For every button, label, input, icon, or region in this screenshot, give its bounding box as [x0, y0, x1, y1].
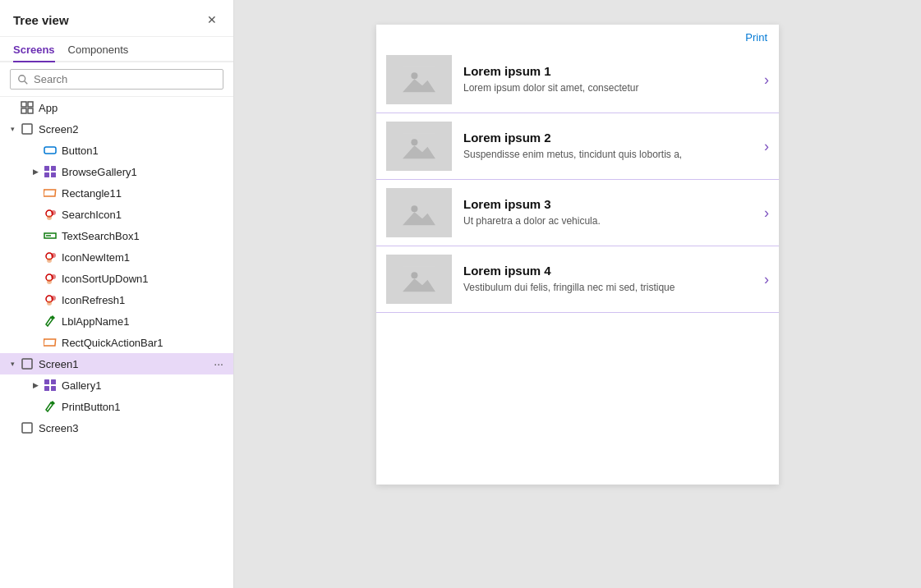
- image-placeholder-icon: [403, 266, 435, 292]
- tree-item-searchicon1[interactable]: SearchIcon1: [0, 204, 233, 225]
- rectangle11-icon: [43, 186, 58, 200]
- iconnewitem1-icon: [43, 250, 58, 264]
- searchicon1-icon: [43, 207, 58, 222]
- item-text: Lorem ipsum 3 Ut pharetra a dolor ac veh…: [463, 197, 746, 228]
- svg-rect-6: [22, 124, 32, 134]
- sidebar-tabs: Screens Components: [0, 37, 233, 62]
- tree-item-textsearchbox1[interactable]: TextSearchBox1: [0, 225, 233, 246]
- sidebar-title: Tree view: [13, 13, 69, 27]
- tree-item-rectangle11[interactable]: Rectangle11: [0, 182, 233, 204]
- item-title: Lorem ipsum 1: [463, 64, 746, 78]
- search-icon: [17, 74, 29, 85]
- close-button[interactable]: ✕: [204, 11, 220, 28]
- item-chevron-icon: ›: [764, 271, 769, 288]
- tree-item-lblappname1[interactable]: LblAppName1: [0, 310, 233, 332]
- svg-rect-7: [44, 147, 56, 154]
- svg-rect-2: [21, 102, 26, 107]
- tree-item-app[interactable]: App: [0, 97, 233, 118]
- rectquickactionbar1-icon: [43, 335, 58, 350]
- sidebar-header: Tree view ✕: [0, 0, 233, 37]
- printbutton1-icon: [43, 399, 58, 414]
- button1-icon: [43, 143, 58, 158]
- tree-item-button1[interactable]: Button1: [0, 140, 233, 161]
- tree-label-iconsortupdown1: IconSortUpDown1: [62, 273, 228, 285]
- item-text: Lorem ipsum 4 Vestibulum dui felis, frin…: [463, 264, 746, 295]
- three-dots-screen1[interactable]: ···: [209, 357, 228, 370]
- screen1-icon: [20, 356, 35, 371]
- item-title: Lorem ipsum 2: [463, 131, 746, 145]
- tree-label-textsearchbox1: TextSearchBox1: [62, 230, 228, 242]
- svg-rect-4: [21, 108, 26, 113]
- tree-item-printbutton1[interactable]: PrintButton1: [0, 396, 233, 417]
- tree-label-screen2: Screen2: [39, 123, 228, 136]
- svg-point-16: [47, 258, 52, 263]
- tree-label-searchicon1: SearchIcon1: [62, 209, 228, 221]
- item-chevron-icon: ›: [764, 71, 769, 89]
- tree-item-browsegallery1[interactable]: ▶ BrowseGallery1: [0, 161, 233, 182]
- tab-components[interactable]: Components: [68, 37, 129, 62]
- tree-item-iconrefresh1[interactable]: IconRefresh1: [0, 289, 233, 310]
- iconsortupdown1-icon: [43, 271, 58, 286]
- search-box-wrapper: [0, 62, 233, 97]
- svg-point-22: [47, 301, 52, 305]
- preview-card: Print Lorem ipsum 1 Lorem ipsum dolor si…: [376, 25, 779, 485]
- tree-label-rectquickactionbar1: RectQuickActionBar1: [62, 337, 228, 349]
- tree-label-printbutton1: PrintButton1: [62, 401, 228, 413]
- tree-item-screen1[interactable]: ▾ Screen1 ···: [0, 353, 233, 374]
- search-input[interactable]: [34, 73, 216, 85]
- tree-item-rectquickactionbar1[interactable]: RectQuickActionBar1: [0, 332, 233, 353]
- textsearchbox1-icon: [43, 228, 58, 243]
- search-box: [10, 69, 223, 90]
- sidebar: Tree view ✕ Screens Components App ▾: [0, 0, 234, 588]
- item-chevron-icon: ›: [764, 204, 769, 222]
- gallery-item[interactable]: Lorem ipsum 4 Vestibulum dui felis, frin…: [376, 246, 779, 313]
- svg-point-21: [51, 296, 56, 301]
- gallery-list: Lorem ipsum 1 Lorem ipsum dolor sit amet…: [376, 47, 779, 313]
- gallery-item[interactable]: Lorem ipsum 3 Ut pharetra a dolor ac veh…: [376, 180, 779, 246]
- item-chevron-icon: ›: [764, 138, 769, 155]
- tree-label-browsegallery1: BrowseGallery1: [62, 166, 228, 178]
- tree-item-screen3[interactable]: Screen3: [0, 417, 233, 439]
- print-link[interactable]: Print: [376, 25, 779, 47]
- gallery-item[interactable]: Lorem ipsum 1 Lorem ipsum dolor sit amet…: [376, 47, 779, 113]
- item-title: Lorem ipsum 4: [463, 264, 746, 278]
- svg-rect-24: [22, 359, 32, 369]
- svg-rect-23: [44, 339, 56, 346]
- tree-item-gallery1[interactable]: ▶ Gallery1: [0, 374, 233, 396]
- tree-label-iconnewitem1: IconNewItem1: [62, 251, 228, 264]
- tree-scroll: App ▾ Screen2 Button1 ▶ BrowseGallery1: [0, 97, 233, 588]
- tree-label-app: App: [39, 102, 228, 114]
- svg-point-30: [411, 139, 417, 145]
- tree-item-iconnewitem1[interactable]: IconNewItem1: [0, 246, 233, 268]
- svg-point-27: [411, 72, 417, 79]
- tree-item-screen2[interactable]: ▾ Screen2: [0, 118, 233, 140]
- tree-label-lblappname1: LblAppName1: [62, 315, 228, 328]
- tree-item-iconsortupdown1[interactable]: IconSortUpDown1: [0, 268, 233, 289]
- item-description: Vestibulum dui felis, fringilla nec mi s…: [463, 281, 746, 295]
- tree-label-screen1: Screen1: [39, 358, 209, 370]
- item-text: Lorem ipsum 1 Lorem ipsum dolor sit amet…: [463, 64, 746, 95]
- item-thumbnail: [386, 188, 452, 237]
- chevron-screen2: ▾: [7, 123, 18, 135]
- browsegallery1-icon: [43, 164, 58, 179]
- svg-rect-5: [28, 108, 33, 113]
- empty-row: [376, 313, 779, 485]
- tree-label-rectangle11: Rectangle11: [62, 187, 228, 200]
- tree-label-screen3: Screen3: [39, 422, 228, 434]
- chevron-screen1: ▾: [7, 358, 18, 370]
- tree-label-gallery1: Gallery1: [62, 379, 228, 392]
- app-icon: [20, 100, 35, 115]
- canvas-area: Print Lorem ipsum 1 Lorem ipsum dolor si…: [234, 0, 921, 588]
- item-title: Lorem ipsum 3: [463, 197, 746, 211]
- image-placeholder-icon: [403, 133, 435, 159]
- image-placeholder-icon: [403, 200, 435, 226]
- tab-screens[interactable]: Screens: [13, 37, 55, 62]
- item-thumbnail: [386, 255, 452, 304]
- item-description: Ut pharetra a dolor ac vehicula.: [463, 214, 746, 228]
- screen3-icon: [20, 420, 35, 435]
- svg-point-19: [47, 279, 52, 284]
- gallery-item[interactable]: Lorem ipsum 2 Suspendisse enim metus, ti…: [376, 113, 779, 180]
- svg-point-11: [47, 215, 52, 220]
- tree-label-button1: Button1: [62, 145, 228, 157]
- image-placeholder-icon: [403, 67, 435, 93]
